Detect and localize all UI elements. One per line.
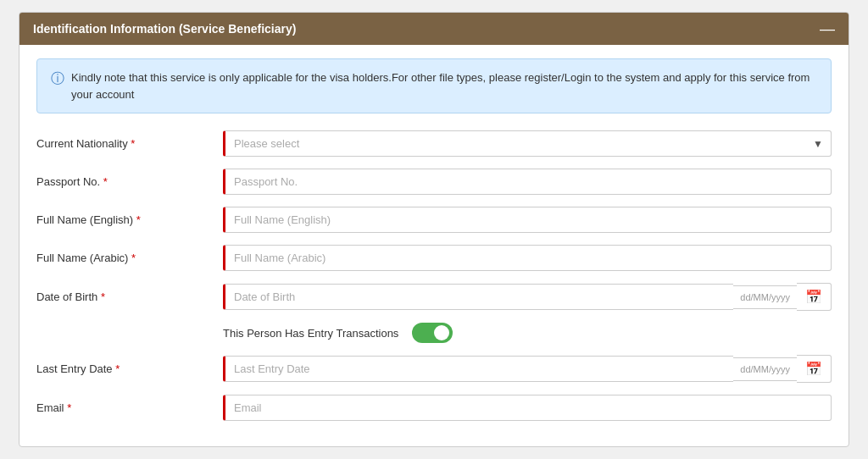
nationality-select[interactable]: Please select bbox=[223, 130, 832, 157]
fullname-en-label: Full Name (English) * bbox=[36, 213, 223, 226]
dob-format-hint: dd/MM/yyyy bbox=[733, 285, 797, 309]
email-field-wrapper bbox=[223, 395, 832, 421]
panel-title: Identification Information (Service Bene… bbox=[33, 22, 296, 36]
last-entry-calendar-button[interactable]: 📅 bbox=[797, 355, 832, 383]
last-entry-format-hint: dd/MM/yyyy bbox=[733, 357, 797, 381]
dob-required: * bbox=[101, 290, 105, 303]
entry-toggle-label: This Person Has Entry Transactions bbox=[223, 327, 398, 340]
email-label: Email * bbox=[36, 401, 223, 414]
dob-calendar-button[interactable]: 📅 bbox=[797, 283, 832, 311]
fullname-en-input[interactable] bbox=[223, 207, 832, 233]
fullname-ar-row: Full Name (Arabic) * bbox=[36, 245, 832, 271]
nationality-row: Current Nationality * Please select ▼ bbox=[36, 130, 832, 157]
last-entry-field-wrapper: dd/MM/yyyy 📅 bbox=[223, 355, 832, 383]
dob-row: Date of Birth * dd/MM/yyyy 📅 bbox=[36, 283, 832, 311]
fullname-en-required: * bbox=[136, 213, 141, 226]
last-entry-input[interactable] bbox=[223, 356, 733, 382]
last-entry-required: * bbox=[115, 362, 120, 375]
last-entry-row: Last Entry Date * dd/MM/yyyy 📅 bbox=[36, 355, 832, 383]
email-required: * bbox=[67, 401, 71, 414]
fullname-en-field-wrapper bbox=[223, 207, 832, 233]
toggle-slider bbox=[412, 323, 453, 343]
passport-label: Passport No. * bbox=[36, 175, 223, 188]
minimize-button[interactable]: — bbox=[820, 21, 835, 36]
nationality-required: * bbox=[131, 137, 135, 150]
panel-header: Identification Information (Service Bene… bbox=[19, 13, 849, 45]
fullname-ar-input[interactable] bbox=[223, 245, 832, 271]
nationality-field-wrapper: Please select ▼ bbox=[223, 130, 832, 157]
info-box: ⓘ Kindly note that this service is only … bbox=[36, 58, 832, 113]
passport-field-wrapper bbox=[223, 169, 832, 195]
dob-label: Date of Birth * bbox=[36, 290, 223, 303]
email-input[interactable] bbox=[223, 395, 832, 421]
dob-input[interactable] bbox=[223, 284, 733, 310]
dob-field-wrapper: dd/MM/yyyy 📅 bbox=[223, 283, 832, 311]
passport-row: Passport No. * bbox=[36, 169, 832, 195]
fullname-ar-label: Full Name (Arabic) * bbox=[36, 252, 223, 264]
main-panel: Identification Information (Service Bene… bbox=[19, 12, 849, 447]
passport-required: * bbox=[103, 175, 108, 188]
fullname-en-row: Full Name (English) * bbox=[36, 207, 832, 233]
entry-toggle-switch[interactable] bbox=[412, 323, 453, 343]
last-entry-label: Last Entry Date * bbox=[36, 362, 223, 375]
info-icon: ⓘ bbox=[51, 70, 64, 88]
fullname-ar-field-wrapper bbox=[223, 245, 832, 271]
email-row: Email * bbox=[36, 395, 832, 421]
entry-toggle-row: This Person Has Entry Transactions bbox=[36, 323, 832, 343]
info-text: Kindly note that this service is only ap… bbox=[71, 69, 817, 102]
panel-body: ⓘ Kindly note that this service is only … bbox=[19, 45, 849, 446]
nationality-label: Current Nationality * bbox=[36, 137, 223, 150]
passport-input[interactable] bbox=[223, 169, 832, 195]
fullname-ar-required: * bbox=[131, 252, 136, 264]
